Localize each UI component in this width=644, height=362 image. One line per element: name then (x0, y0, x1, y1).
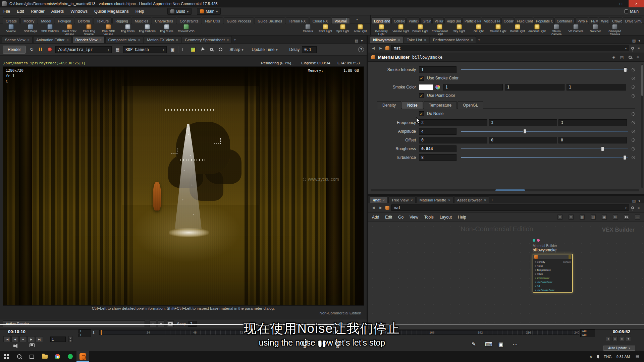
param-nodule-icon[interactable] (632, 85, 635, 89)
node-parameter-row[interactable]: Density surface (533, 260, 572, 264)
close-button[interactable]: × (629, 0, 644, 7)
jump-to-start-button[interactable]: |◀ (3, 336, 11, 342)
do-noise-checkbox[interactable] (419, 111, 424, 116)
shelf-tool[interactable]: Fog Particles (138, 24, 157, 36)
explorer-icon[interactable] (38, 351, 51, 362)
help-docs-icon[interactable] (619, 55, 625, 60)
shelf-tool[interactable]: Camera (299, 24, 317, 36)
shelf-tab[interactable]: Model (38, 17, 54, 24)
shelf-tool[interactable]: Geometry Light (372, 24, 391, 36)
inspect-icon[interactable] (208, 46, 215, 53)
pane-tab[interactable]: Geometry Spreadsheet (182, 36, 232, 43)
use-point-color-checkbox[interactable] (419, 93, 424, 98)
offset-x-field[interactable]: 0 (419, 137, 487, 143)
desktop-menu[interactable]: Main (622, 8, 641, 15)
shelf-tool[interactable]: Environment Light (430, 24, 449, 36)
pane-layout-icon[interactable] (631, 198, 637, 203)
maximize-button[interactable]: □ (613, 0, 629, 7)
close-tab-icon[interactable] (99, 38, 101, 42)
tray-chevron-icon[interactable] (590, 354, 592, 359)
shelf-tool[interactable]: Sky Light (449, 24, 469, 36)
path-field[interactable]: mat (391, 204, 629, 211)
param-nodule-icon[interactable] (632, 77, 635, 80)
shelf-tab[interactable]: Hair Utils (202, 17, 223, 24)
node-parameter-row[interactable]: smokecolor (533, 276, 572, 280)
node-body[interactable]: Density surface Noise Tempera (533, 254, 573, 293)
pane-tab[interactable]: Material Palette (416, 196, 453, 203)
pane-layout-icon[interactable] (631, 38, 637, 43)
folder-tab[interactable]: Temperature (424, 101, 457, 109)
frequency-z-field[interactable]: 3 (558, 119, 627, 126)
gamma-icon[interactable] (190, 46, 197, 53)
amplitude-field[interactable]: 4 (419, 128, 457, 135)
playback-start-field[interactable]: 1 (78, 334, 91, 337)
network-menu-item[interactable]: Tools (424, 215, 434, 220)
shelf-tab[interactable]: Container Tools (554, 17, 575, 24)
smoke-color-g-field[interactable]: 1 (505, 84, 565, 90)
smoke-intensity-slider[interactable] (461, 66, 628, 73)
render-region-icon[interactable] (181, 46, 187, 53)
delay-field[interactable]: 0.1 (302, 46, 317, 53)
close-tab-icon[interactable] (138, 38, 140, 42)
notes-icon[interactable] (30, 343, 35, 347)
loop-mode-icon[interactable] (619, 336, 624, 341)
export-icon[interactable] (602, 215, 607, 220)
vertical-scrollbar[interactable] (641, 64, 643, 188)
pin-icon[interactable] (631, 206, 634, 209)
frame-stepper[interactable]: ▴▾ (68, 336, 72, 342)
new-pane-tab-button[interactable] (489, 196, 495, 203)
shelf-tool[interactable]: Ambient Light (527, 24, 547, 36)
network-canvas[interactable]: Non-Commercial Edition VEX Builder Mater… (368, 222, 644, 329)
shelf-tab[interactable]: Guide Process (224, 17, 254, 24)
shelf-tab[interactable]: Deform (75, 17, 93, 24)
stop-button[interactable]: ■ (19, 336, 27, 342)
shelf-tab[interactable]: Characters (152, 17, 176, 24)
turbulence-slider[interactable] (461, 154, 628, 161)
shelf-tab[interactable]: Create (3, 17, 20, 24)
smoke-intensity-field[interactable]: 1 (419, 66, 457, 73)
timeline-ruler[interactable] (99, 330, 579, 335)
shelf-tool[interactable]: Gamepad Camera (605, 24, 625, 36)
network-menu-item[interactable]: Edit (385, 215, 392, 220)
snapshot-icon[interactable] (217, 46, 224, 53)
clock[interactable]: 9:31 AM (616, 355, 630, 359)
help-icon[interactable]: ? (358, 47, 364, 52)
restart-render-icon[interactable] (28, 46, 35, 53)
shelf-tab[interactable]: Drive Simula... (623, 17, 642, 24)
horizontal-scrollbar[interactable] (371, 189, 639, 191)
speaker-icon[interactable] (13, 344, 19, 348)
shelf-tab[interactable]: Particles (406, 17, 420, 24)
menu-item[interactable]: Render (28, 7, 48, 15)
pane-tab[interactable]: Asset Browser (454, 196, 489, 203)
pane-tab[interactable]: Composite View (105, 36, 143, 43)
dropper-icon[interactable] (199, 46, 206, 53)
roughness-slider[interactable] (461, 145, 628, 152)
menu-item[interactable]: Quixel Megascans (91, 7, 132, 15)
update-mode-selector[interactable]: Update Time (252, 47, 277, 52)
more-icon[interactable] (635, 215, 640, 220)
smoke-color-b-field[interactable]: 1 (567, 84, 626, 90)
search-icon[interactable] (624, 215, 629, 220)
pane-tab[interactable]: Animation Editor (33, 36, 72, 43)
smoke-color-r-field[interactable]: 1 (443, 84, 503, 90)
shelf-tool[interactable]: SDF Particles (40, 24, 60, 36)
pause-render-icon[interactable] (37, 46, 44, 53)
back-arrow-icon[interactable]: ◀ (371, 205, 376, 210)
forward-arrow-icon[interactable]: ▶ (378, 46, 383, 51)
close-tab-icon[interactable] (484, 198, 486, 202)
rop-selector[interactable]: /out/mantra_ipr (55, 46, 112, 53)
global-end-field[interactable]: 240 (580, 329, 595, 333)
language-indicator[interactable]: ENG (604, 355, 612, 359)
desktop-selector[interactable]: Main (197, 8, 221, 15)
network-menu-item[interactable]: View (410, 215, 418, 220)
shelf-tab[interactable]: Vellum (432, 17, 444, 24)
realtime-toggle-icon[interactable]: ● (606, 336, 611, 341)
shelf-tool[interactable]: Switcher (586, 24, 605, 36)
audio-toggle-icon[interactable]: ≡ (612, 336, 618, 341)
shelf-tool[interactable]: Fog Points (118, 24, 138, 36)
start-icon[interactable] (0, 351, 13, 362)
forward-arrow-icon[interactable]: ▶ (378, 205, 383, 210)
shelf-tab[interactable]: Rigid Bodies (444, 17, 462, 24)
shelf-tool[interactable]: VR Camera (566, 24, 586, 36)
shelf-set-selector[interactable]: Build (167, 8, 192, 15)
